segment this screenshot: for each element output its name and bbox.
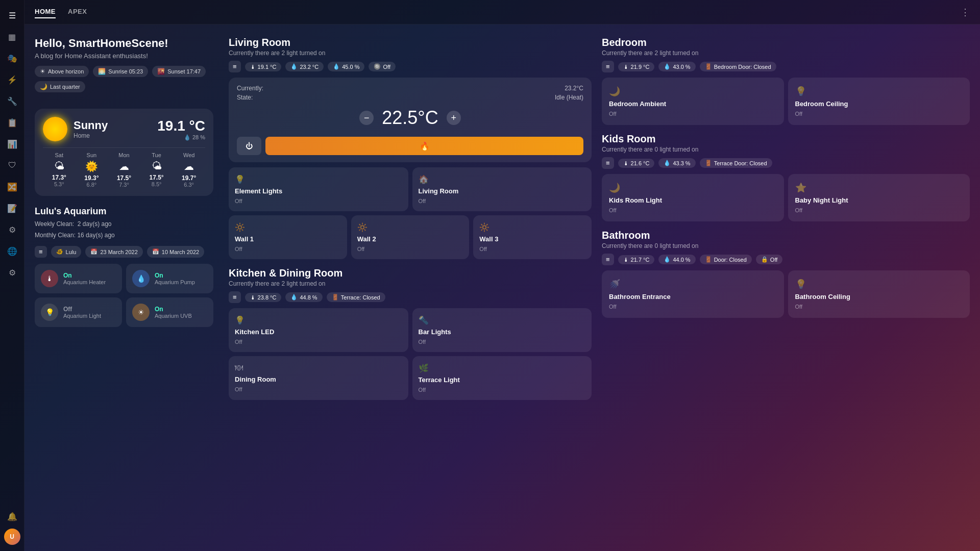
sidebar-themes-icon[interactable]: 🎭 <box>3 49 21 67</box>
thermo-power-btn[interactable]: ⏻ <box>237 137 261 155</box>
thermostat-card: Currently: 23.2°C State: Idle (Heat) − 2… <box>229 78 592 162</box>
bathroom-humidity-icon: 💧 <box>664 256 671 263</box>
kids-temp-val: 21.6 °C <box>631 160 650 166</box>
weather-main-info: Sunny Home <box>74 119 151 139</box>
element-lights-state: Off <box>235 198 402 204</box>
sidebar-menu-icon[interactable]: ☰ <box>3 6 21 24</box>
living-temp2-val: 23.2 °C <box>300 64 318 70</box>
kids-room-header: Kids Room Currently there are 0 light tu… <box>602 133 970 153</box>
bathroom-header: Bathroom Currently there are 0 light tur… <box>602 230 970 249</box>
kitchen-led-label: Kitchen LED <box>235 328 402 336</box>
heater-icon: 🌡 <box>41 270 58 287</box>
sidebar-notes-icon[interactable]: 📝 <box>3 199 21 217</box>
kids-room-title: Kids Room <box>602 133 970 145</box>
aquarium-menu-btn[interactable]: ≡ <box>35 246 47 258</box>
living-room-light-label: Living Room <box>419 187 586 195</box>
bedroom-ceiling-card[interactable]: 💡 Bedroom Ceiling Off <box>788 78 970 125</box>
kitchen-humidity-val: 44.8 % <box>300 294 317 300</box>
device-heater[interactable]: 🌡 On Aquarium Heater <box>35 264 122 293</box>
element-lights-card[interactable]: 💡 Element Lights Off <box>229 167 408 211</box>
forecast-wed-high: 19.7° <box>173 174 205 182</box>
tab-home[interactable]: HOME <box>35 6 56 18</box>
sidebar-config-icon[interactable]: ⚙ <box>3 220 21 239</box>
bathroom-entrance-card[interactable]: 🚿 Bathroom Entrance Off <box>602 270 784 318</box>
bedroom-ambient-label: Bedroom Ambient <box>609 100 777 108</box>
temp-icon: 🌡 <box>250 64 256 70</box>
baby-night-light-card[interactable]: ⭐ Baby Night Light Off <box>788 174 970 221</box>
kids-room-menu-btn[interactable]: ≡ <box>602 157 614 169</box>
wall1-card[interactable]: 🔆 Wall 1 Off <box>229 215 347 259</box>
living-room-section: Living Room Currently there are 2 light … <box>229 37 592 259</box>
sidebar-tools-icon[interactable]: 🔧 <box>3 92 21 110</box>
wall2-card[interactable]: 🔆 Wall 2 Off <box>351 215 470 259</box>
aquarium-pill-date1: 📅 23 March 2022 <box>85 246 142 258</box>
topnav-more-icon[interactable]: ⋮ <box>961 7 970 18</box>
bathroom-ceiling-card[interactable]: 💡 Bathroom Ceiling Off <box>788 270 970 318</box>
bedroom-sub: Currently there are 2 light turned on <box>602 49 970 57</box>
col-left: Hello, SmartHomeScene! A blog for Home A… <box>35 37 224 539</box>
temp2-icon: 💧 <box>290 63 298 70</box>
avatar[interactable]: U <box>4 529 20 545</box>
forecast-mon-icon: ☁ <box>108 160 140 172</box>
kids-humidity-icon: 💧 <box>664 160 671 166</box>
bedroom-ambient-state: Off <box>609 111 777 117</box>
kitchen-temp-val: 23.8 °C <box>258 294 277 300</box>
col-right: Bedroom Currently there are 2 light turn… <box>597 37 970 539</box>
horizon-icon: ☀ <box>40 68 45 75</box>
kids-humidity-chip: 💧 43.3 % <box>658 158 695 168</box>
forecast-wed-name: Wed <box>173 152 205 158</box>
wall3-card[interactable]: 🔆 Wall 3 Off <box>473 215 592 259</box>
bathroom-menu-btn[interactable]: ≡ <box>602 254 614 265</box>
kitchen-led-card[interactable]: 💡 Kitchen LED Off <box>229 308 408 352</box>
bedroom-temp-chip: 🌡 21.9 °C <box>618 62 655 71</box>
kids-room-light-state: Off <box>609 207 777 213</box>
thermo-plus-btn[interactable]: + <box>447 111 461 125</box>
sidebar-security-icon[interactable]: 🛡 <box>3 156 21 174</box>
col-mid: Living Room Currently there are 2 light … <box>224 37 597 539</box>
living-room-menu-btn[interactable]: ≡ <box>229 61 241 72</box>
sidebar-stats-icon[interactable]: 📊 <box>3 135 21 153</box>
bedroom-ambient-card[interactable]: 🌙 Bedroom Ambient Off <box>602 78 784 125</box>
terrace-light-icon: 🌿 <box>419 363 586 373</box>
terrace-light-card[interactable]: 🌿 Terrace Light Off <box>412 356 592 400</box>
device-light[interactable]: 💡 Off Aquarium Light <box>35 297 122 327</box>
bathroom-entrance-icon: 🚿 <box>609 279 777 290</box>
bathroom-door-val: Door: Closed <box>714 257 747 263</box>
kitchen-sub: Currently there are 2 light turned on <box>229 280 592 287</box>
sidebar-energy-icon[interactable]: ⚡ <box>3 70 21 89</box>
aquarium-pills: ≡ 🐠 Lulu 📅 23 March 2022 📅 10 March 2022 <box>35 246 213 258</box>
living-walls-grid: 🔆 Wall 1 Off 🔆 Wall 2 Off 🔆 Wall 3 Off <box>229 215 592 259</box>
kids-room-sub: Currently there are 0 light turned on <box>602 146 970 153</box>
bedroom-menu-btn[interactable]: ≡ <box>602 61 614 72</box>
pill-sunrise-label: Sunrise 05:23 <box>108 68 143 74</box>
forecast-sun-name: Sun <box>76 152 108 158</box>
device-uvb[interactable]: ☀ On Aquarium UVB <box>126 297 213 327</box>
pill-moon-label: Last quarter <box>50 84 80 90</box>
forecast-tue-high: 17.5° <box>140 174 173 181</box>
bedroom-humidity-val: 43.0 % <box>673 64 690 70</box>
forecast-mon-name: Mon <box>108 152 140 158</box>
sidebar-automations-icon[interactable]: 🔀 <box>3 178 21 196</box>
sidebar-integrations-icon[interactable]: 🌐 <box>3 242 21 260</box>
forecast-wed: Wed ☁ 19.7° 6.3° <box>173 152 205 188</box>
sidebar-dashboard-icon[interactable]: ▦ <box>3 28 21 46</box>
kitchen-lights-grid: 💡 Kitchen LED Off 🔦 Bar Lights Off 🍽 Din… <box>229 308 592 400</box>
terrace-light-label: Terrace Light <box>419 376 586 384</box>
wall3-icon: 🔆 <box>479 222 585 232</box>
forecast-tue-low: 8.5° <box>140 181 173 187</box>
pill-moon: 🌙 Last quarter <box>35 81 85 92</box>
device-pump[interactable]: 💧 On Aquarium Pump <box>126 264 213 293</box>
kids-room-light-card[interactable]: 🌙 Kids Room Light Off <box>602 174 784 221</box>
sidebar-list-icon[interactable]: 📋 <box>3 113 21 132</box>
thermo-minus-btn[interactable]: − <box>359 111 374 125</box>
forecast-sat-high: 17.3° <box>43 174 76 181</box>
bedroom-lights-grid: 🌙 Bedroom Ambient Off 💡 Bedroom Ceiling … <box>602 78 970 125</box>
dining-room-state: Off <box>235 386 402 392</box>
sidebar-settings-icon[interactable]: ⚙ <box>3 263 21 282</box>
dining-room-card[interactable]: 🍽 Dining Room Off <box>229 356 408 400</box>
bar-lights-card[interactable]: 🔦 Bar Lights Off <box>412 308 592 352</box>
sidebar-bell-icon[interactable]: 🔔 <box>3 507 21 525</box>
tab-apex[interactable]: APEX <box>68 6 87 18</box>
kitchen-menu-btn[interactable]: ≡ <box>229 291 241 303</box>
living-room-light-card[interactable]: 🏠 Living Room Off <box>412 167 592 211</box>
